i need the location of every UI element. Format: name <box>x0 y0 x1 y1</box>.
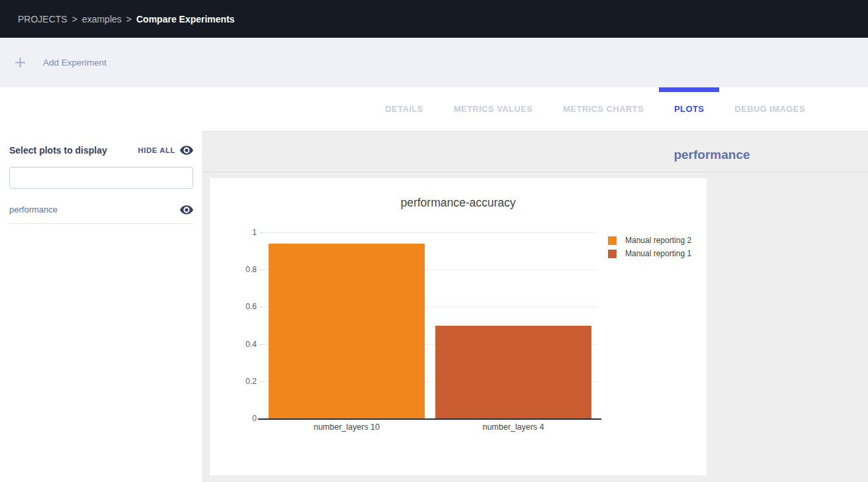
breadcrumb-current-page: Compare Experiments <box>136 14 235 24</box>
plus-icon <box>15 57 26 68</box>
x-category-label: number_layers 10 <box>263 422 430 432</box>
bar-manual-reporting-2 <box>269 244 425 418</box>
tab-plots-label: PLOTS <box>674 104 704 114</box>
add-experiment-label: Add Experiment <box>43 58 107 68</box>
legend-swatch <box>608 236 617 245</box>
y-tick-mark <box>259 269 263 270</box>
top-navbar: PROJECTS > examples > Compare Experiment… <box>0 0 868 38</box>
tab-plots[interactable]: PLOTS <box>659 87 719 130</box>
tab-metrics-values[interactable]: METRICS VALUES <box>439 87 548 130</box>
tab-metrics-charts-label: METRICS CHARTS <box>563 104 644 114</box>
eye-icon <box>180 146 193 155</box>
y-tick-label: 0.2 <box>217 376 257 387</box>
plot-group-title: performance <box>673 148 750 162</box>
toolbar: Add Experiment <box>0 38 868 87</box>
plot-item-label: performance <box>9 205 58 215</box>
breadcrumb-projects[interactable]: PROJECTS <box>18 14 67 24</box>
plots-main-area: performance performance-accuracy 00.20.4… <box>203 130 868 482</box>
tab-details[interactable]: DETAILS <box>370 87 438 130</box>
y-tick-mark <box>259 381 263 382</box>
hide-all-label: HIDE ALL <box>138 146 175 154</box>
tab-metrics-values-label: METRICS VALUES <box>454 104 533 114</box>
y-tick-label: 0.4 <box>217 339 257 350</box>
plot-list-item-performance[interactable]: performance <box>9 198 193 224</box>
tab-metrics-charts[interactable]: METRICS CHARTS <box>548 87 659 130</box>
x-category-label: number_layers 4 <box>430 422 597 432</box>
sidebar-title: Select plots to display <box>9 145 107 156</box>
gridline <box>263 232 597 233</box>
y-tick-mark <box>259 307 263 307</box>
breadcrumb-separator: > <box>72 14 77 24</box>
breadcrumb: PROJECTS > examples > Compare Experiment… <box>18 14 235 24</box>
chart-legend: Manual reporting 2Manual reporting 1 <box>608 236 691 258</box>
y-tick-label: 0.6 <box>217 301 257 312</box>
y-tick-mark <box>259 344 263 345</box>
y-tick-label: 1 <box>217 227 257 238</box>
eye-icon[interactable] <box>180 205 193 215</box>
x-axis-line <box>258 418 601 420</box>
legend-item[interactable]: Manual reporting 2 <box>608 236 691 245</box>
breadcrumb-project-examples[interactable]: examples <box>82 14 122 24</box>
y-tick-label: 0.8 <box>217 264 257 275</box>
tab-debug-images-label: DEBUG IMAGES <box>734 104 805 114</box>
tab-bar: DETAILS METRICS VALUES METRICS CHARTS PL… <box>0 87 868 130</box>
breadcrumb-separator: > <box>126 14 132 24</box>
hide-all-button[interactable]: HIDE ALL <box>138 146 193 155</box>
plot-group-header: performance <box>203 130 868 172</box>
add-experiment-button[interactable]: Add Experiment <box>15 57 107 68</box>
plot-list: performance <box>9 198 193 224</box>
plots-sidebar: Select plots to display HIDE ALL perform… <box>0 130 203 482</box>
legend-label: Manual reporting 2 <box>625 236 691 245</box>
tab-details-label: DETAILS <box>385 104 423 114</box>
bar-manual-reporting-1 <box>435 326 591 419</box>
y-tick-label: 0 <box>217 413 257 424</box>
legend-item[interactable]: Manual reporting 1 <box>608 249 691 258</box>
plot-filter-input[interactable] <box>9 167 193 189</box>
tab-debug-images[interactable]: DEBUG IMAGES <box>719 87 820 130</box>
legend-swatch <box>608 250 617 258</box>
chart-title: performance-accuracy <box>210 196 707 210</box>
legend-label: Manual reporting 1 <box>625 249 691 258</box>
y-tick-mark <box>259 232 263 233</box>
plot-area: 00.20.40.60.81number_layers 10number_lay… <box>263 232 597 418</box>
plot-card: performance-accuracy 00.20.40.60.81numbe… <box>210 178 707 475</box>
